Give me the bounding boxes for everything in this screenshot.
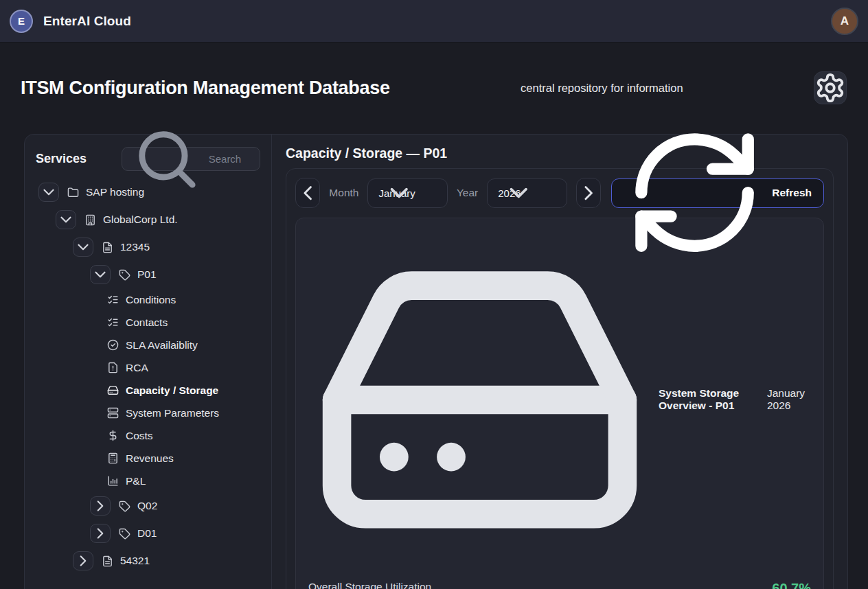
search-box[interactable]	[122, 147, 260, 171]
previous-month-button[interactable]	[295, 178, 320, 208]
top-navbar: E EnterAI Cloud A	[0, 0, 868, 43]
tag-icon	[119, 269, 130, 281]
file-icon	[102, 555, 113, 567]
tree-item-p-l[interactable]: P&L	[36, 470, 260, 492]
tree-item-p01[interactable]: P01	[36, 261, 260, 288]
avatar-letter: A	[841, 14, 849, 28]
tree-item-12345[interactable]: 12345	[36, 233, 260, 261]
overview-left: Overall Storage Utilization Total: 13088…	[308, 581, 671, 589]
capacity-section-card: Month January Year 2026	[286, 168, 834, 589]
user-avatar[interactable]: A	[831, 8, 858, 35]
overview-utilization: 60.7% System Utilization Normal	[740, 581, 811, 589]
tree-item-label: SLA Availaiblity	[126, 339, 198, 351]
tree-item-label: GlobalCorp Ltd.	[103, 213, 178, 226]
system-storage-overview-card: System Storage Overview - P01 January 20…	[295, 218, 824, 589]
hard-drive-icon	[308, 229, 651, 571]
tree-item-q02[interactable]: Q02	[36, 492, 260, 520]
tree-item-label: 54321	[120, 555, 150, 567]
tree-item-label: SAP hosting	[86, 186, 144, 198]
tree-item-label: P01	[137, 268, 157, 281]
overview-period: January 2026	[767, 387, 811, 412]
page-subtitle: central repository for information	[521, 82, 683, 95]
year-select[interactable]: 2026	[487, 178, 567, 208]
services-tree: SAP hostingGlobalCorp Ltd.12345P01Condit…	[36, 178, 260, 575]
tree-item-label: Q02	[137, 500, 157, 512]
refresh-button[interactable]: Refresh	[611, 178, 824, 208]
tree-expander-button[interactable]	[90, 496, 111, 516]
content-panel: Services SAP hostingGlobalCorp Ltd.12345…	[24, 134, 848, 589]
hdd-icon	[107, 384, 119, 396]
check-circle-icon	[107, 339, 119, 351]
tree-item-54321[interactable]: 54321	[36, 547, 260, 575]
year-label: Year	[457, 187, 478, 199]
brand-title: EnterAI Cloud	[43, 14, 131, 29]
year-select-wrap: 2026	[487, 178, 567, 208]
tree-item-system-parameters[interactable]: System Parameters	[36, 402, 260, 424]
list-checks-icon	[107, 316, 119, 328]
overview-card-header: System Storage Overview - P01 January 20…	[308, 229, 811, 571]
settings-button[interactable]	[814, 71, 847, 104]
month-select[interactable]: January	[367, 178, 448, 208]
tree-item-globalcorp-ltd[interactable]: GlobalCorp Ltd.	[36, 206, 260, 233]
tree-item-rca[interactable]: RCA	[36, 356, 260, 379]
tree-item-contacts[interactable]: Contacts	[36, 311, 260, 334]
tag-icon	[119, 500, 130, 512]
tree-item-label: P&L	[126, 475, 146, 487]
list-checks-icon	[107, 294, 119, 305]
gear-icon	[814, 72, 846, 104]
services-sidebar: Services SAP hostingGlobalCorp Ltd.12345…	[25, 135, 272, 589]
period-toolbar: Month January Year 2026	[295, 178, 824, 208]
tree-item-conditions[interactable]: Conditions	[36, 288, 260, 311]
sidebar-header: Services	[36, 147, 260, 171]
tree-expander-button[interactable]	[56, 210, 76, 229]
tree-item-costs[interactable]: Costs	[36, 424, 260, 447]
building-icon	[84, 214, 96, 226]
brand-logo: E	[11, 11, 32, 32]
next-month-button[interactable]	[576, 178, 601, 208]
sidebar-title: Services	[36, 152, 87, 166]
tree-expander-button[interactable]	[90, 265, 111, 284]
tree-expander-button[interactable]	[73, 238, 93, 257]
tree-item-sla-availaiblity[interactable]: SLA Availaiblity	[36, 334, 260, 356]
file-alert-icon	[107, 362, 119, 373]
page-title: ITSM Configuration Management Database	[21, 78, 390, 99]
overview-title: System Storage Overview - P01	[659, 387, 767, 412]
tree-item-capacity-storage[interactable]: Capacity / Storage	[36, 379, 260, 402]
tree-expander-button[interactable]	[73, 551, 93, 570]
system-utilization-pct: 60.7%	[740, 581, 811, 589]
month-label: Month	[329, 187, 358, 199]
overview-subtitle: Overall Storage Utilization	[308, 581, 671, 589]
tree-item-label: D01	[137, 527, 157, 540]
tree-item-label: System Parameters	[126, 407, 219, 419]
overview-body: Overall Storage Utilization Total: 13088…	[308, 581, 811, 589]
search-input[interactable]	[209, 153, 252, 165]
calculator-icon	[107, 452, 119, 464]
month-select-wrap: January	[367, 178, 448, 208]
folder-icon	[67, 187, 79, 198]
dollar-icon	[107, 430, 119, 441]
tree-item-revenues[interactable]: Revenues	[36, 447, 260, 470]
tree-item-label: Contacts	[126, 316, 168, 329]
tag-icon	[119, 528, 130, 540]
brand-logo-letter: E	[18, 15, 25, 27]
tree-item-d01[interactable]: D01	[36, 520, 260, 547]
page-header: ITSM Configuration Management Database c…	[0, 43, 868, 104]
chevron-left-icon	[296, 181, 319, 205]
tree-item-label: 12345	[120, 241, 150, 253]
tree-expander-button[interactable]	[38, 183, 59, 202]
main-content: Capacity / Storage — P01 Month January Y…	[272, 135, 847, 589]
tree-expander-button[interactable]	[90, 524, 111, 543]
search-icon	[130, 122, 203, 196]
chevron-right-icon	[577, 181, 600, 205]
chart-icon	[107, 475, 119, 487]
tree-item-label: RCA	[126, 362, 148, 374]
tree-item-label: Costs	[126, 430, 153, 442]
server-icon	[107, 407, 119, 419]
tree-item-label: Revenues	[126, 452, 174, 465]
file-icon	[102, 242, 113, 253]
refresh-label: Refresh	[772, 187, 812, 199]
tree-item-label: Conditions	[126, 294, 176, 306]
tree-item-label: Capacity / Storage	[126, 384, 218, 397]
